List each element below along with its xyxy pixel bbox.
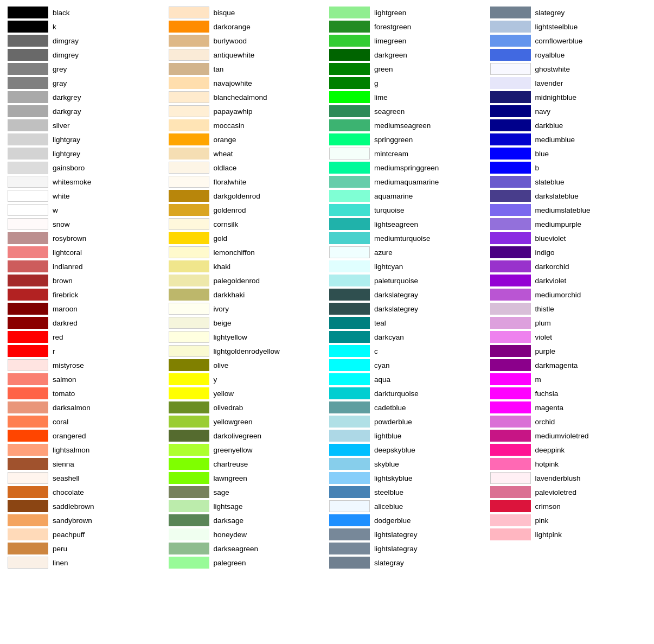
color-label: lawngreen bbox=[214, 474, 247, 482]
color-label: darkseagreen bbox=[214, 545, 259, 553]
color-item: lightslategray bbox=[327, 541, 488, 556]
color-swatch bbox=[490, 7, 531, 18]
color-label: oldlace bbox=[214, 164, 237, 172]
color-swatch bbox=[490, 63, 531, 75]
color-swatch bbox=[490, 49, 531, 61]
color-item: floralwhite bbox=[166, 175, 328, 189]
color-swatch bbox=[169, 35, 209, 47]
color-swatch bbox=[169, 275, 209, 286]
color-swatch bbox=[8, 133, 48, 145]
color-label: teal bbox=[374, 319, 386, 327]
color-label: blanchedalmond bbox=[214, 93, 267, 101]
column-0: blackkdimgraydimgreygreygraydarkgreydark… bbox=[5, 5, 166, 570]
color-swatch bbox=[8, 91, 48, 103]
color-label: salmon bbox=[53, 375, 76, 384]
color-label: beige bbox=[214, 319, 232, 327]
color-item: darksage bbox=[166, 513, 328, 527]
color-label: brown bbox=[53, 277, 73, 285]
color-label: coral bbox=[53, 418, 68, 426]
color-label: darkgoldenrod bbox=[214, 192, 260, 200]
color-label: linen bbox=[53, 559, 68, 567]
color-item: azure bbox=[327, 245, 488, 259]
color-swatch bbox=[169, 500, 209, 512]
color-swatch bbox=[490, 119, 531, 131]
color-swatch bbox=[169, 528, 209, 540]
color-item: blanchedalmond bbox=[166, 90, 328, 104]
color-item: lightgray bbox=[5, 132, 166, 146]
color-label: tan bbox=[214, 65, 224, 73]
color-swatch bbox=[8, 557, 48, 569]
color-swatch bbox=[490, 345, 531, 357]
color-swatch bbox=[490, 359, 531, 371]
color-swatch bbox=[329, 218, 370, 230]
color-swatch bbox=[490, 162, 531, 174]
color-swatch bbox=[329, 317, 370, 329]
color-item: yellowgreen bbox=[166, 415, 328, 429]
column-3: slategreylightsteelbluecornflowerblueroy… bbox=[488, 5, 649, 570]
color-item: darkgray bbox=[5, 104, 166, 118]
color-item: palevioletred bbox=[488, 485, 649, 499]
color-label: lightgrey bbox=[53, 150, 80, 158]
color-label: orange bbox=[214, 136, 236, 144]
color-label: darkmagenta bbox=[535, 361, 578, 369]
color-label: darkblue bbox=[535, 122, 563, 130]
color-item: crimson bbox=[488, 499, 649, 513]
color-swatch bbox=[8, 444, 48, 456]
color-label: chartreuse bbox=[214, 460, 248, 468]
color-item: ivory bbox=[166, 302, 328, 316]
color-swatch bbox=[329, 232, 370, 244]
column-2: lightgreenforestgreenlimegreendarkgreeng… bbox=[327, 5, 488, 570]
color-swatch bbox=[8, 7, 48, 18]
color-label: whitesmoke bbox=[53, 178, 91, 186]
color-swatch bbox=[8, 105, 48, 117]
color-swatch bbox=[329, 91, 370, 103]
color-swatch bbox=[8, 387, 48, 399]
color-label: orchid bbox=[535, 418, 555, 426]
color-item: deepskyblue bbox=[327, 443, 488, 457]
color-label: plum bbox=[535, 319, 551, 327]
color-item: mediumseagreen bbox=[327, 118, 488, 132]
color-swatch bbox=[8, 401, 48, 413]
color-swatch bbox=[490, 190, 531, 202]
color-swatch bbox=[8, 500, 48, 512]
color-swatch bbox=[169, 416, 209, 428]
color-item: blueviolet bbox=[488, 231, 649, 245]
color-swatch bbox=[490, 317, 531, 329]
color-swatch bbox=[8, 275, 48, 286]
color-item: whitesmoke bbox=[5, 175, 166, 189]
color-swatch bbox=[8, 190, 48, 202]
color-item: magenta bbox=[488, 400, 649, 415]
color-item: firebrick bbox=[5, 288, 166, 302]
color-item: deeppink bbox=[488, 443, 649, 457]
color-swatch bbox=[169, 77, 209, 89]
color-label: forestgreen bbox=[374, 23, 411, 31]
color-item: lightsteelblue bbox=[488, 20, 649, 34]
color-item: mediumspringgreen bbox=[327, 161, 488, 175]
color-label: gainsboro bbox=[53, 164, 85, 172]
color-item: darkmagenta bbox=[488, 358, 649, 372]
color-swatch bbox=[329, 444, 370, 456]
color-swatch bbox=[490, 472, 531, 484]
color-swatch bbox=[8, 303, 48, 315]
color-item: paleturquoise bbox=[327, 273, 488, 288]
color-item: brown bbox=[5, 273, 166, 288]
color-item: seagreen bbox=[327, 104, 488, 118]
color-item: indianred bbox=[5, 259, 166, 273]
color-item: darkcyan bbox=[327, 330, 488, 344]
color-label: darksage bbox=[214, 517, 244, 525]
color-swatch bbox=[8, 246, 48, 258]
color-item: lightblue bbox=[327, 429, 488, 443]
color-item: papayawhip bbox=[166, 104, 328, 118]
color-label: y bbox=[214, 375, 217, 384]
color-label: mediumaquamarine bbox=[374, 178, 439, 186]
color-swatch bbox=[329, 458, 370, 470]
color-label: papayawhip bbox=[214, 107, 253, 116]
color-swatch bbox=[8, 148, 48, 160]
color-item: slategrey bbox=[488, 5, 649, 20]
color-label: mintcream bbox=[374, 150, 408, 158]
color-swatch bbox=[169, 7, 209, 18]
color-item: mediumblue bbox=[488, 132, 649, 146]
color-item: dimgray bbox=[5, 34, 166, 48]
color-label: firebrick bbox=[53, 291, 78, 299]
color-swatch bbox=[329, 373, 370, 385]
